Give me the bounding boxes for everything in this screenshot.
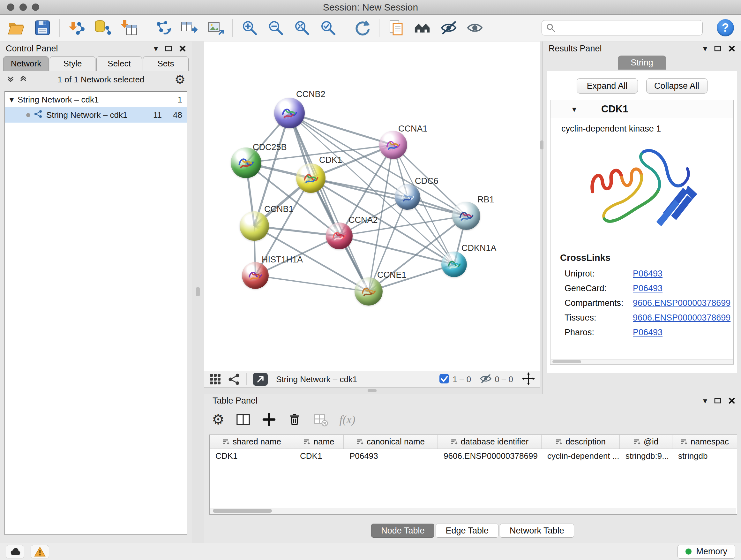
column-header-description[interactable]: description (542, 435, 620, 449)
zoom-out-button[interactable] (266, 18, 285, 37)
network-canvas[interactable]: CCNB2 CCNA1 CDC25B CDK1 CDC6 RB1CCNB1 CC… (204, 42, 540, 371)
import-network-file-button[interactable] (67, 18, 86, 37)
column-header-database-identifier[interactable]: database identifier (438, 435, 542, 449)
grid-view-icon[interactable] (209, 373, 221, 385)
float-panel-icon[interactable] (714, 46, 721, 51)
scrollbar-thumb[interactable] (213, 509, 272, 513)
hide-graphics-button[interactable] (440, 18, 458, 37)
documents-button[interactable] (387, 18, 406, 37)
tab-style[interactable]: Style (50, 56, 95, 71)
collapse-all-icon[interactable] (6, 75, 15, 84)
tab-sets[interactable]: Sets (143, 56, 189, 71)
birdseye-view-button[interactable] (253, 373, 268, 386)
warnings-button[interactable] (30, 545, 49, 558)
show-columns-icon[interactable] (236, 412, 251, 427)
search-input[interactable] (558, 23, 698, 33)
minimize-window-button[interactable] (19, 3, 27, 11)
network-node-cdk1[interactable] (296, 164, 326, 193)
network-item-row[interactable]: String Network – cdk1 11 48 (5, 107, 187, 123)
network-node-hist1h1a[interactable] (242, 262, 269, 289)
share-network-icon[interactable] (228, 373, 240, 385)
panel-menu-icon[interactable]: ▾ (154, 44, 158, 53)
protein-section-header[interactable]: ▾ CDK1 (550, 100, 733, 118)
network-node-rb1[interactable] (452, 202, 480, 230)
panel-menu-icon[interactable]: ▾ (703, 396, 707, 405)
collapse-all-button[interactable]: Collapse All (646, 78, 708, 94)
section-expand-icon[interactable]: ▾ (572, 105, 576, 113)
tab-network-table[interactable]: Network Table (500, 523, 574, 538)
tab-edge-table[interactable]: Edge Table (435, 523, 498, 538)
table-row[interactable]: CDK1CDK1P064939606.ENSP00000378699cyclin… (210, 449, 737, 463)
table-cell[interactable]: stringdb:9... (620, 451, 672, 461)
splitter-handle[interactable] (196, 287, 200, 296)
close-window-button[interactable] (7, 3, 14, 11)
export-image-button[interactable] (206, 18, 225, 37)
tab-network[interactable]: Network (3, 56, 49, 71)
save-session-button[interactable] (33, 18, 52, 37)
main-area: Control Panel ▾ NetworkStyleSelectSets 1… (0, 42, 741, 543)
zoom-window-button[interactable] (32, 3, 39, 11)
delete-column-trash-icon[interactable] (287, 413, 301, 427)
collection-expand-icon[interactable]: ▾ (10, 96, 14, 104)
tab-string[interactable]: String (618, 56, 666, 70)
memory-button[interactable]: Memory (677, 545, 735, 559)
homes-button[interactable] (413, 18, 432, 37)
hidden-eye-icon[interactable] (480, 374, 491, 385)
results-scrollbar[interactable] (551, 359, 733, 364)
close-panel-icon[interactable] (179, 45, 186, 52)
crosslink-value[interactable]: P06493 (633, 284, 663, 294)
splitter-handle[interactable] (367, 389, 377, 392)
pan-crosshair-icon[interactable] (522, 372, 535, 386)
export-table-button[interactable] (180, 18, 199, 37)
close-panel-icon[interactable] (728, 397, 735, 404)
network-node-cdkn1a[interactable] (441, 252, 467, 277)
add-column-icon[interactable] (262, 413, 276, 427)
table-cell[interactable]: CDK1 (294, 451, 344, 461)
network-from-selection-button[interactable] (154, 18, 172, 37)
column-header-id[interactable]: @id (620, 435, 672, 449)
column-header-canonical-name[interactable]: canonical name (344, 435, 438, 449)
crosslink-value[interactable]: 9606.ENSP00000378699 (633, 313, 731, 323)
cloud-button[interactable] (6, 545, 24, 558)
import-table-file-button[interactable] (120, 18, 138, 37)
column-header-namespac[interactable]: namespac (672, 435, 737, 449)
expand-all-button[interactable]: Expand All (577, 78, 638, 94)
network-node-ccna1[interactable] (379, 131, 407, 159)
selected-checkbox-icon[interactable] (439, 374, 449, 385)
tab-node-table[interactable]: Node Table (371, 523, 434, 538)
gear-icon[interactable]: ⚙ (175, 73, 185, 85)
zoom-in-button[interactable] (240, 18, 259, 37)
float-panel-icon[interactable] (714, 398, 721, 403)
crosslink-value[interactable]: P06493 (633, 327, 663, 337)
table-cell[interactable]: stringdb (672, 451, 733, 461)
column-header-shared-name[interactable]: shared name (210, 435, 294, 449)
table-cell[interactable]: 9606.ENSP00000378699 (438, 451, 542, 461)
panel-menu-icon[interactable]: ▾ (703, 44, 707, 53)
open-session-button[interactable] (7, 18, 25, 37)
network-node-cdc6[interactable] (395, 184, 420, 210)
network-node-ccnb2[interactable] (274, 98, 305, 128)
float-panel-icon[interactable] (165, 46, 172, 51)
network-node-ccnb1[interactable] (240, 211, 269, 241)
network-node-ccne1[interactable] (354, 277, 383, 306)
close-panel-icon[interactable] (728, 45, 735, 52)
import-network-database-button[interactable] (93, 18, 112, 37)
column-header-name[interactable]: name (294, 435, 344, 449)
network-node-ccna2[interactable] (326, 223, 353, 249)
table-horizontal-scrollbar[interactable] (210, 508, 736, 514)
apply-layout-button[interactable] (353, 18, 372, 37)
crosslink-value[interactable]: 9606.ENSP00000378699 (633, 298, 731, 308)
tab-select[interactable]: Select (96, 56, 142, 71)
zoom-fit-button[interactable] (293, 18, 311, 37)
table-settings-gear-icon[interactable]: ⚙ (212, 413, 224, 427)
expand-all-icon[interactable] (19, 75, 27, 84)
show-graphics-button[interactable] (466, 18, 484, 37)
help-button[interactable]: ? (717, 19, 734, 37)
table-cell[interactable]: cyclin-dependent ... (542, 451, 620, 461)
table-cell[interactable]: P06493 (344, 451, 438, 461)
crosslink-value[interactable]: P06493 (633, 269, 663, 279)
network-collection-row[interactable]: ▾ String Network – cdk1 1 (5, 92, 187, 107)
splitter-handle[interactable] (540, 140, 543, 149)
zoom-selected-button[interactable] (319, 18, 337, 37)
table-cell[interactable]: CDK1 (210, 451, 294, 461)
